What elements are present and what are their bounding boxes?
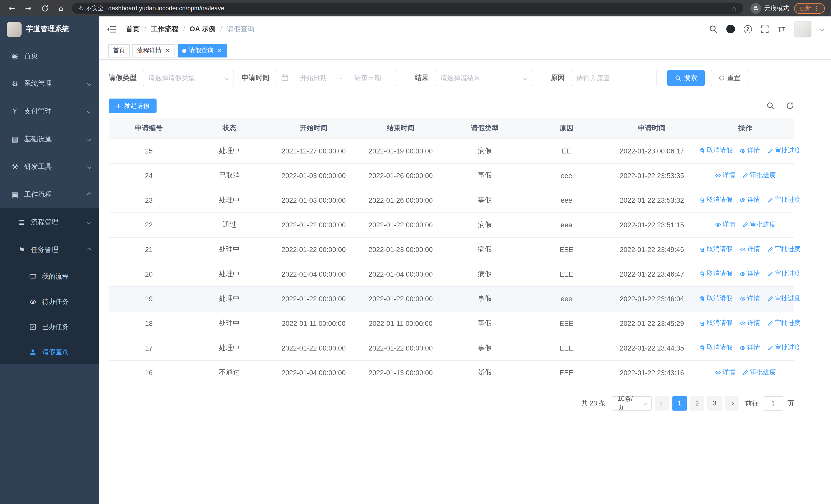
sidebar-item-done-tasks[interactable]: 已办任务	[0, 314, 99, 339]
detail-button[interactable]: 详情	[715, 368, 735, 377]
page-size-select[interactable]: 10条/页	[612, 396, 652, 410]
help-icon[interactable]: ?	[744, 25, 752, 33]
sidebar-item-leave-query[interactable]: 请假查询	[0, 339, 99, 364]
app-logo[interactable]: 芋道管理系统	[0, 17, 99, 42]
table-row[interactable]: 18 处理中 2022-01-11 00:00:00 2022-01-11 00…	[109, 311, 794, 336]
sidebar-item-system-management[interactable]: ⚙ 系统管理	[0, 70, 99, 97]
sidebar-collapse-icon[interactable]	[107, 25, 118, 33]
close-icon[interactable]: ×	[165, 47, 170, 54]
sidebar-item-home[interactable]: ◉ 首页	[0, 42, 99, 70]
reason-input[interactable]	[571, 70, 657, 86]
table-row[interactable]: 20 处理中 2022-01-04 00:00:00 2022-01-04 00…	[109, 262, 794, 287]
cancel-leave-button[interactable]: 取消请假	[699, 147, 733, 155]
sidebar-item-infrastructure[interactable]: ▤ 基础设施	[0, 125, 99, 153]
result-select[interactable]: 请选择流结果	[435, 70, 532, 86]
detail-button[interactable]: 详情	[740, 270, 760, 278]
refresh-icon[interactable]	[786, 101, 794, 110]
cancel-leave-button[interactable]: 取消请假	[699, 344, 733, 352]
avatar[interactable]	[794, 21, 811, 37]
detail-button[interactable]: 详情	[740, 147, 760, 155]
tag-leave-query[interactable]: 请假查询 ×	[178, 44, 227, 57]
cell-apply-time: 2022-01-23 00:06:17	[607, 139, 696, 163]
start-date-placeholder[interactable]: 开始日期	[290, 73, 337, 83]
tag-home[interactable]: 首页	[108, 44, 130, 57]
approval-progress-button[interactable]: 审批进度	[767, 245, 800, 254]
cell-start-time: 2022-01-22 00:00:00	[270, 212, 357, 237]
table-row[interactable]: 25 处理中 2021-12-27 00:00:00 2022-01-19 00…	[109, 139, 794, 163]
detail-button[interactable]: 详情	[740, 319, 760, 328]
chevron-right-icon	[730, 401, 734, 406]
cancel-leave-button[interactable]: 取消请假	[699, 245, 733, 254]
table-row[interactable]: 23 处理中 2022-01-03 00:00:00 2022-01-26 00…	[109, 188, 794, 212]
detail-button[interactable]: 详情	[740, 344, 760, 352]
next-page-button[interactable]	[725, 396, 739, 410]
approval-progress-button[interactable]: 审批进度	[767, 147, 800, 155]
sidebar-item-workflow[interactable]: ▣ 工作流程	[0, 181, 99, 208]
cancel-leave-button[interactable]: 取消请假	[699, 270, 733, 278]
create-leave-button[interactable]: + 发起请假	[109, 98, 156, 113]
browser-forward-icon[interactable]: →	[23, 3, 34, 14]
prev-page-button[interactable]	[655, 396, 669, 410]
reset-button[interactable]: 重置	[711, 70, 748, 86]
search-toggle-icon[interactable]	[766, 101, 775, 110]
sidebar-item-payment-management[interactable]: ¥ 支付管理	[0, 97, 99, 125]
browser-update-button[interactable]: 更新 ⋮	[794, 3, 825, 13]
sidebar-item-task-management[interactable]: ⚑ 任务管理	[0, 236, 99, 264]
approval-progress-button[interactable]: 审批进度	[767, 319, 800, 328]
page-3-button[interactable]: 3	[707, 396, 722, 410]
goto-page-input[interactable]	[763, 396, 783, 410]
approval-progress-button[interactable]: 审批进度	[742, 220, 776, 229]
breadcrumb-workflow[interactable]: 工作流程	[151, 24, 179, 34]
end-date-placeholder[interactable]: 结束日期	[345, 73, 391, 83]
table-row[interactable]: 22 通过 2022-01-22 00:00:00 2022-01-22 00:…	[109, 212, 794, 237]
browser-menu-icon[interactable]: ⋮	[813, 5, 820, 12]
breadcrumb-home[interactable]: 首页	[126, 24, 140, 34]
page-2-button[interactable]: 2	[690, 396, 704, 410]
chevron-down-icon[interactable]	[820, 27, 824, 31]
table-row[interactable]: 19 处理中 2022-01-22 00:00:00 2022-01-22 00…	[109, 287, 794, 311]
approval-progress-button[interactable]: 审批进度	[767, 270, 800, 278]
table-row[interactable]: 24 已取消 2022-01-03 00:00:00 2022-01-26 00…	[109, 163, 794, 188]
browser-reload-icon[interactable]	[39, 3, 50, 14]
table-row[interactable]: 16 不通过 2022-01-04 00:00:00 2022-01-13 00…	[109, 360, 794, 385]
search-icon[interactable]	[709, 25, 717, 33]
fullscreen-icon[interactable]	[761, 25, 769, 33]
breadcrumb-oa-example[interactable]: OA 示例	[190, 24, 216, 34]
url-text[interactable]: dashboard.yudao.iocoder.cn/bpm/oa/leave	[108, 5, 726, 12]
cancel-leave-button[interactable]: 取消请假	[699, 294, 733, 303]
detail-button[interactable]: 详情	[740, 196, 760, 205]
tag-label: 请假查询	[189, 46, 213, 55]
approval-progress-button[interactable]: 审批进度	[767, 294, 800, 303]
sidebar-item-devtools[interactable]: ⚒ 研发工具	[0, 153, 99, 181]
detail-button[interactable]: 详情	[715, 171, 735, 180]
browser-home-icon[interactable]: ⌂	[55, 3, 67, 14]
search-button[interactable]: 搜索	[667, 70, 705, 86]
security-warning[interactable]: ⚠ 不安全	[78, 4, 104, 12]
font-size-icon[interactable]: TT	[777, 25, 785, 33]
table-row[interactable]: 17 处理中 2022-01-22 00:00:00 2022-01-22 00…	[109, 336, 794, 360]
page-1-button[interactable]: 1	[672, 396, 687, 410]
detail-button[interactable]: 详情	[715, 220, 735, 229]
chevron-left-icon	[660, 401, 664, 406]
detail-button[interactable]: 详情	[740, 294, 760, 303]
top-navbar: 首页 / 工作流程 / OA 示例 / 请假查询 ?	[99, 17, 831, 42]
apply-time-range-picker[interactable]: 开始日期 - 结束日期	[276, 70, 396, 86]
sidebar-item-process-management[interactable]: ≣ 流程管理	[0, 208, 99, 236]
cancel-leave-button[interactable]: 取消请假	[699, 319, 733, 328]
approval-progress-button[interactable]: 审批进度	[767, 196, 800, 205]
table-row[interactable]: 21 处理中 2022-01-22 00:00:00 2022-01-23 00…	[109, 237, 794, 262]
cancel-leave-button[interactable]: 取消请假	[699, 196, 733, 205]
address-bar[interactable]: ⚠ 不安全 dashboard.yudao.iocoder.cn/bpm/oa/…	[72, 3, 743, 14]
approval-progress-button[interactable]: 审批进度	[767, 344, 800, 352]
sidebar-item-pending-tasks[interactable]: 待办任务	[0, 289, 99, 314]
approval-progress-button[interactable]: 审批进度	[742, 368, 776, 377]
sidebar-item-my-processes[interactable]: 我的流程	[0, 264, 99, 289]
github-icon[interactable]	[726, 25, 735, 33]
detail-button[interactable]: 详情	[740, 245, 760, 254]
close-icon[interactable]: ×	[217, 47, 222, 54]
bookmark-star-icon[interactable]: ☆	[731, 4, 737, 12]
browser-back-icon[interactable]: ←	[6, 3, 18, 14]
tag-process-detail[interactable]: 流程详情 ×	[133, 44, 175, 57]
approval-progress-button[interactable]: 审批进度	[742, 171, 776, 180]
leave-type-select[interactable]: 请选择请假类型	[143, 70, 234, 86]
